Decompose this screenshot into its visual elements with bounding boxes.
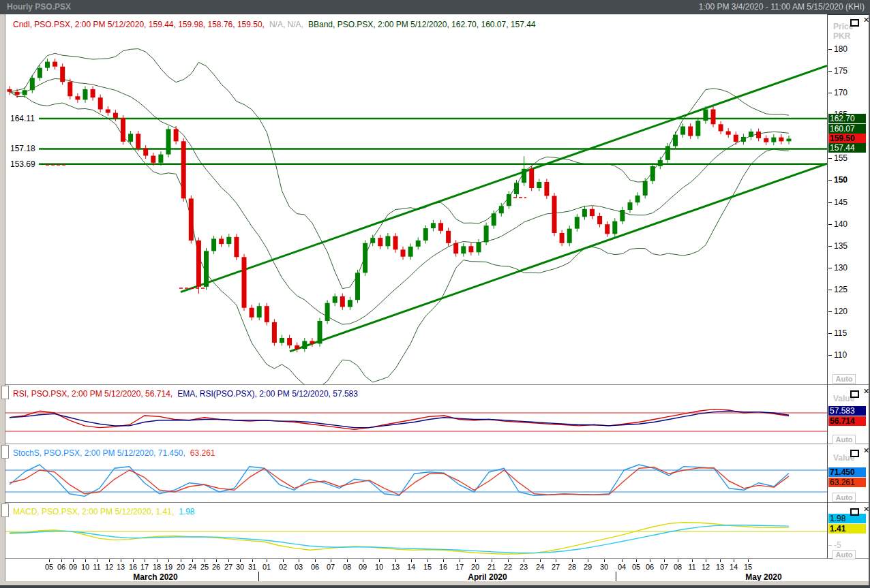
date-tick bbox=[192, 559, 193, 562]
price-auto-scale-button[interactable]: Auto bbox=[832, 374, 856, 384]
panel-separator[interactable] bbox=[5, 384, 870, 385]
macd-legend-text[interactable]: MACD, PSO.PSX, 2:00 PM 5/12/2020, 1.41, bbox=[13, 507, 174, 516]
date-tick bbox=[109, 559, 110, 562]
window-title: Hourly PSO.PSX bbox=[7, 2, 71, 12]
rsi-auto-scale-button[interactable]: Auto bbox=[832, 435, 856, 444]
hline-label: 164.11 bbox=[10, 114, 35, 123]
date-tick bbox=[443, 559, 444, 562]
stoch-auto-scale-button[interactable]: Auto bbox=[832, 493, 856, 502]
macd-axis-tick: -5 bbox=[828, 540, 841, 550]
price-chart-canvas[interactable]: 164.11157.18153.69 bbox=[5, 14, 827, 385]
maximize-icon[interactable] bbox=[850, 508, 859, 516]
stoch-legend[interactable]: StochS, PSO.PSX, 2:00 PM 5/12/2020, 71.4… bbox=[13, 448, 220, 459]
close-icon[interactable]: ✕ bbox=[863, 446, 869, 454]
date-label: 11 bbox=[688, 563, 695, 571]
maximize-icon[interactable] bbox=[850, 19, 859, 27]
panel-separator[interactable] bbox=[5, 444, 870, 444]
date-tick bbox=[604, 559, 605, 562]
price-tick-145: 145 bbox=[828, 198, 847, 207]
macd-panel-handle[interactable] bbox=[1, 504, 9, 517]
maximize-icon[interactable] bbox=[850, 450, 859, 457]
date-label: 04 bbox=[618, 563, 626, 571]
price-tick-115: 115 bbox=[828, 328, 847, 338]
date-tick bbox=[650, 559, 650, 562]
date-tick bbox=[49, 559, 50, 562]
date-label: 02 bbox=[279, 563, 287, 571]
date-tick bbox=[572, 559, 573, 562]
rsi-legend[interactable]: RSI, PSO.PSX, 2:00 PM 5/12/2020, 56.714,… bbox=[13, 389, 363, 399]
date-label: 29 bbox=[584, 563, 592, 571]
macd-auto-scale-button[interactable]: Auto bbox=[832, 550, 856, 559]
date-tick bbox=[85, 559, 86, 562]
price-tick-135: 135 bbox=[828, 241, 847, 251]
date-tick bbox=[145, 559, 145, 562]
price-axis-border bbox=[827, 14, 828, 575]
date-tick bbox=[252, 559, 253, 562]
date-label: 16 bbox=[439, 563, 447, 571]
maximize-icon[interactable] bbox=[850, 390, 859, 398]
close-icon[interactable]: ✕ bbox=[863, 387, 869, 395]
bband-legend[interactable]: BBand, PSO.PSX, 2:00 PM 5/12/2020, 162.7… bbox=[308, 20, 536, 29]
price-tick-170: 170 bbox=[828, 88, 847, 97]
date-tick bbox=[411, 559, 412, 562]
date-tick bbox=[97, 559, 97, 562]
date-tick bbox=[395, 559, 396, 562]
axis-title-pkr: PKR bbox=[833, 31, 850, 41]
date-label: 22 bbox=[504, 563, 512, 571]
macd-legend[interactable]: MACD, PSO.PSX, 2:00 PM 5/12/2020, 1.41,1… bbox=[13, 507, 199, 517]
date-label: 13 bbox=[117, 563, 125, 571]
date-tick bbox=[492, 559, 492, 562]
month-label: April 2020 bbox=[468, 572, 507, 582]
date-tick bbox=[720, 559, 721, 562]
date-label: 06 bbox=[57, 563, 65, 571]
date-tick bbox=[460, 559, 460, 562]
left-gutter bbox=[0, 14, 5, 585]
date-label: 26 bbox=[212, 563, 220, 571]
date-label: 15 bbox=[423, 563, 432, 571]
date-tick bbox=[363, 559, 363, 562]
stoch-k-legend-text[interactable]: StochS, PSO.PSX, 2:00 PM 5/12/2020, 71.4… bbox=[13, 448, 185, 458]
date-label: 05 bbox=[45, 563, 53, 571]
panel-separator[interactable] bbox=[5, 502, 870, 503]
date-range-label: 1:00 PM 3/4/2020 - 11:00 AM 5/15/2020 (K… bbox=[699, 2, 865, 12]
date-tick bbox=[508, 559, 509, 562]
rsi-legend-text[interactable]: RSI, PSO.PSX, 2:00 PM 5/12/2020, 56.714, bbox=[13, 389, 172, 399]
hline-label: 157.18 bbox=[10, 144, 35, 153]
close-icon[interactable]: ✕ bbox=[863, 505, 869, 513]
date-label: 25 bbox=[200, 563, 209, 571]
ema-legend-text[interactable]: EMA, RSI(PSO.PSX), 2:00 PM 5/12/2020, 57… bbox=[177, 389, 358, 399]
price-tick-110: 110 bbox=[828, 350, 847, 360]
price-tick-140: 140 bbox=[828, 219, 847, 229]
date-label: 20 bbox=[471, 563, 479, 571]
date-label: 30 bbox=[236, 563, 244, 571]
month-label: March 2020 bbox=[133, 572, 177, 582]
rsi-panel-controls: ✕ bbox=[850, 388, 869, 395]
date-label: 14 bbox=[730, 563, 738, 571]
stoch-panel-handle[interactable] bbox=[1, 445, 9, 459]
price-tick-180: 180 bbox=[828, 44, 847, 54]
date-label: 12 bbox=[702, 563, 710, 571]
date-tick bbox=[588, 559, 588, 562]
date-tick bbox=[133, 559, 134, 562]
date-tick bbox=[427, 559, 428, 562]
bband-mid-price-box: 160.07 bbox=[828, 124, 866, 134]
stoch-d-legend-text[interactable]: 63.261 bbox=[190, 448, 215, 458]
macd-signal-legend-text[interactable]: 1.98 bbox=[179, 507, 194, 516]
date-label: 05 bbox=[632, 563, 640, 571]
date-label: 28 bbox=[568, 563, 576, 571]
price-tick-155: 155 bbox=[828, 153, 847, 163]
date-tick bbox=[475, 559, 476, 562]
date-tick bbox=[240, 559, 241, 562]
date-tick bbox=[315, 559, 316, 562]
rsi-panel-handle[interactable] bbox=[1, 386, 9, 399]
date-tick bbox=[157, 559, 158, 562]
price-legend[interactable]: Cndl, PSO.PSX, 2:00 PM 5/12/2020, 159.44… bbox=[13, 20, 541, 30]
stoch-d-value-box: 63.261 bbox=[828, 478, 866, 487]
cndl-legend[interactable]: Cndl, PSO.PSX, 2:00 PM 5/12/2020, 159.44… bbox=[13, 20, 265, 29]
date-label: 16 bbox=[129, 563, 137, 571]
close-icon[interactable]: ✕ bbox=[863, 16, 869, 24]
macd-signal-value-box: 1.98 bbox=[828, 514, 866, 523]
date-tick bbox=[524, 559, 524, 562]
title-bar[interactable]: Hourly PSO.PSX 1:00 PM 3/4/2020 - 11:00 … bbox=[0, 0, 870, 15]
bottom-bar bbox=[0, 585, 870, 588]
